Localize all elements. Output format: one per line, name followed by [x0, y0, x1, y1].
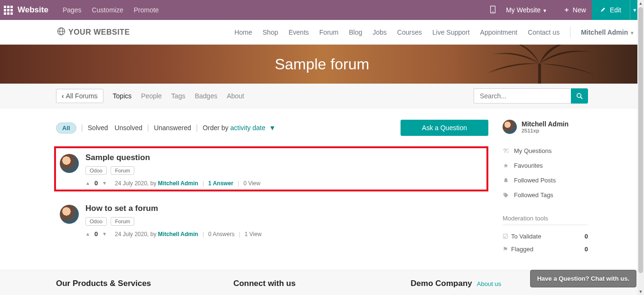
post-tag[interactable]: Odoo — [85, 166, 107, 175]
nav-events[interactable]: Events — [289, 29, 309, 36]
nav-appointment[interactable]: Appointment — [480, 29, 518, 36]
sidebar-followed-tags[interactable]: Followed Tags — [503, 188, 588, 202]
forum-tabs: ‹All Forums Topics People Tags Badges Ab… — [0, 84, 644, 108]
app-brand[interactable]: Website — [18, 5, 48, 15]
svg-point-6 — [577, 93, 581, 97]
moderation-title: Moderation tools — [503, 215, 588, 225]
svg-point-1 — [493, 11, 494, 12]
post-author[interactable]: Mitchell Admin — [158, 180, 198, 187]
new-button[interactable]: ＋New — [558, 0, 592, 20]
app-topbar: Website Pages Customize Promote My Websi… — [0, 0, 644, 20]
filter-unsolved[interactable]: Unsolved — [115, 124, 142, 132]
my-website-dropdown[interactable]: My Website ▼ — [506, 6, 547, 14]
topmenu-customize[interactable]: Customize — [92, 6, 123, 14]
sidebar-favourites[interactable]: ★Favourites — [503, 158, 588, 173]
svg-line-7 — [580, 97, 582, 99]
scrollbar[interactable]: ▲ ▼ — [637, 0, 644, 295]
post-title[interactable]: Sample question — [85, 153, 261, 162]
post-tag[interactable]: Odoo — [85, 217, 107, 226]
tab-badges[interactable]: Badges — [195, 92, 217, 100]
sidebar-user-xp: 2511xp — [522, 128, 569, 133]
filter-unanswered[interactable]: Unanswered — [154, 124, 191, 132]
order-by: Order by activity date ▼ — [203, 124, 276, 132]
globe-icon — [57, 27, 65, 38]
scrollbar-up-icon[interactable]: ▲ — [637, 0, 644, 7]
post-answers[interactable]: 1 Answer — [208, 180, 233, 187]
nav-home[interactable]: Home — [234, 29, 252, 36]
about-us-link[interactable]: About us — [477, 280, 501, 287]
mobile-icon[interactable] — [490, 6, 495, 15]
edit-button[interactable]: Edit — [592, 0, 630, 20]
post-title[interactable]: How to set a forum — [85, 204, 261, 213]
search-input[interactable] — [474, 88, 571, 104]
chevron-left-icon: ‹ — [62, 92, 64, 100]
filter-solved[interactable]: Solved — [88, 124, 108, 132]
topmenu-promote[interactable]: Promote — [134, 6, 159, 14]
post-tag[interactable]: Forum — [111, 217, 134, 226]
mod-flagged[interactable]: ⚑ Flagged 0 — [503, 243, 588, 256]
tab-topics[interactable]: Topics — [113, 92, 132, 100]
mod-count: 0 — [585, 233, 588, 240]
footer-heading-2: Connect with us — [233, 279, 411, 288]
nav-contact[interactable]: Contact us — [528, 29, 560, 36]
palm-silhouette — [473, 45, 606, 84]
nav-blog[interactable]: Blog — [349, 29, 362, 36]
avatar[interactable] — [60, 205, 79, 224]
footer-heading-1: Our Products & Services — [56, 279, 233, 288]
mod-count: 0 — [585, 246, 588, 253]
check-icon: ☑ — [503, 233, 511, 240]
post-author[interactable]: Mitchell Admin — [158, 231, 198, 238]
nav-jobs[interactable]: Jobs — [373, 29, 387, 36]
sidebar-followed-posts[interactable]: Followed Posts — [503, 173, 588, 188]
search-group — [474, 88, 588, 104]
apps-icon[interactable] — [4, 6, 13, 15]
search-icon — [576, 93, 583, 99]
scrollbar-down-icon[interactable]: ▼ — [637, 288, 644, 295]
nav-livesupport[interactable]: Live Support — [432, 29, 470, 36]
forum-post: How to set a forum Odoo Forum ▲ 0 ▼ 24 J… — [56, 200, 488, 241]
pencil-icon — [600, 6, 606, 14]
sidebar-my-questions[interactable]: ?⃝My Questions — [503, 143, 588, 158]
forum-hero: Sample forum — [0, 45, 644, 84]
tab-about[interactable]: About — [227, 92, 244, 100]
nav-user-dropdown[interactable]: Mitchell Admin ▼ — [581, 29, 635, 36]
tab-people[interactable]: People — [141, 92, 162, 100]
post-date: 24 July 2020 — [115, 180, 147, 187]
svg-point-8 — [504, 193, 505, 194]
mod-to-validate[interactable]: ☑ To Validate 0 — [503, 230, 588, 243]
filter-all[interactable]: All — [56, 123, 76, 133]
footer-heading-3: Demo Company — [411, 279, 472, 288]
site-navbar: YOUR WEBSITE Home Shop Events Forum Blog… — [0, 20, 644, 45]
question-icon: ?⃝ — [503, 147, 509, 154]
vote-count: 0 — [94, 230, 98, 238]
post-answers[interactable]: 0 Answers — [208, 231, 234, 238]
nav-courses[interactable]: Courses — [397, 29, 422, 36]
ask-question-button[interactable]: Ask a Question — [401, 120, 488, 136]
sidebar-user[interactable]: Mitchell Admin 2511xp — [503, 120, 588, 134]
bell-icon — [503, 178, 509, 183]
scrollbar-thumb[interactable] — [638, 7, 643, 273]
forum-title: Sample forum — [275, 56, 369, 73]
post-tag[interactable]: Forum — [111, 166, 134, 175]
filter-row: All | Solved Unsolved | Unanswered | Ord… — [56, 120, 488, 136]
nav-shop[interactable]: Shop — [262, 29, 278, 36]
topmenu-pages[interactable]: Pages — [63, 6, 82, 14]
search-button[interactable] — [571, 88, 588, 104]
vote-down-icon[interactable]: ▼ — [102, 181, 107, 186]
nav-forum[interactable]: Forum — [319, 29, 338, 36]
site-logo[interactable]: YOUR WEBSITE — [57, 27, 130, 38]
vote-down-icon[interactable]: ▼ — [102, 231, 107, 237]
tab-tags[interactable]: Tags — [171, 92, 186, 100]
avatar[interactable] — [60, 154, 79, 173]
svg-rect-5 — [538, 64, 541, 84]
all-forums-button[interactable]: ‹All Forums — [56, 89, 103, 103]
post-date: 24 July 2020 — [115, 231, 147, 238]
chat-widget[interactable]: Have a Question? Chat with us. — [530, 270, 636, 287]
sidebar-user-name: Mitchell Admin — [522, 120, 569, 128]
flag-icon: ⚑ — [503, 246, 511, 253]
vote-up-icon[interactable]: ▲ — [85, 231, 90, 237]
forum-post: Sample question Odoo Forum ▲ 0 ▼ 24 July… — [54, 146, 488, 191]
order-by-dropdown[interactable]: activity date ▼ — [230, 124, 276, 132]
vote-up-icon[interactable]: ▲ — [85, 181, 90, 186]
avatar — [503, 120, 517, 134]
